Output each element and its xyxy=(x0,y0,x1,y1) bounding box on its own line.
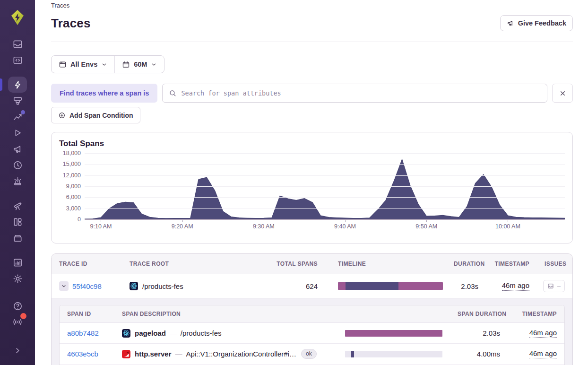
page-title: Traces xyxy=(51,16,91,31)
code-folder-icon[interactable] xyxy=(0,52,35,68)
span-status-badge: ok xyxy=(301,349,317,359)
inbox-issues-icon xyxy=(547,283,554,289)
ruby-icon xyxy=(122,350,130,358)
span-id-link[interactable]: a80b7482 xyxy=(67,329,99,337)
span-id-link[interactable]: 4603e5cb xyxy=(67,350,98,358)
settings-gear-icon[interactable] xyxy=(0,270,35,287)
window-icon xyxy=(59,61,67,69)
y-tick-label: 18,000 xyxy=(55,150,81,156)
trace-table-header: TRACE ID TRACE ROOT TOTAL SPANS TIMELINE… xyxy=(52,254,572,274)
give-feedback-button[interactable]: Give Feedback xyxy=(500,15,573,31)
col-trace-id: TRACE ID xyxy=(52,261,122,267)
dashboard-layout-icon[interactable] xyxy=(0,214,35,230)
gridline xyxy=(85,186,565,187)
trace-timestamp[interactable]: 46m ago xyxy=(502,281,529,291)
x-axis-line xyxy=(85,219,565,220)
span-table-header: SPAN ID SPAN DESCRIPTION SPAN DURATION T… xyxy=(60,305,564,323)
history-clock-icon[interactable] xyxy=(0,157,35,173)
environment-filter-button[interactable]: All Envs xyxy=(52,56,114,73)
inbox-issues-icon[interactable] xyxy=(0,36,35,52)
page-header: Traces Traces Give Feedback xyxy=(35,0,588,42)
y-tick-label: 9,000 xyxy=(55,183,81,190)
y-tick-label: 3,000 xyxy=(55,205,81,212)
col-span-timestamp: TIMESTAMP xyxy=(508,311,564,317)
x-tick-label: 10:00 AM xyxy=(495,223,520,230)
add-span-condition-button[interactable]: Add Span Condition xyxy=(51,107,140,123)
trace-timeline-bar xyxy=(338,282,443,290)
trace-duration: 2.03s xyxy=(446,282,486,290)
span-search-input[interactable] xyxy=(181,89,541,97)
breadcrumb[interactable]: Traces xyxy=(51,2,573,9)
col-issues: ISSUES xyxy=(537,261,573,267)
react-icon xyxy=(122,329,130,338)
col-span-description: SPAN DESCRIPTION xyxy=(114,311,337,317)
span-op: http.server xyxy=(135,350,172,358)
x-tick xyxy=(345,220,346,222)
close-icon xyxy=(559,90,566,97)
clear-search-button[interactable] xyxy=(552,84,573,103)
siren-icon[interactable] xyxy=(0,173,35,189)
issues-count-dash: – xyxy=(557,283,561,289)
sentry-logo[interactable] xyxy=(7,7,28,28)
x-tick-label: 9:40 AM xyxy=(334,223,356,230)
broadcast-icon[interactable] xyxy=(0,314,35,330)
sidebar-bottom-group xyxy=(0,298,35,365)
where-span-pill: Find traces where a span is xyxy=(51,84,157,103)
span-row[interactable]: a80b7482 pageload — /products-fes 2.03s … xyxy=(60,323,564,344)
span-duration: 4.00ms xyxy=(450,350,508,358)
x-tick xyxy=(101,220,101,222)
x-tick-label: 9:20 AM xyxy=(172,223,193,230)
react-icon xyxy=(130,282,138,290)
play-icon[interactable] xyxy=(0,125,35,141)
stats-bars-icon[interactable] xyxy=(0,254,35,270)
insights-new-dot xyxy=(21,110,25,114)
span-timestamp[interactable]: 46m ago xyxy=(529,329,557,338)
span-duration-bar xyxy=(345,330,442,337)
span-duration-bar xyxy=(345,351,442,357)
trace-id-link[interactable]: 55f40c98 xyxy=(72,282,102,290)
col-total-spans: TOTAL SPANS xyxy=(264,261,325,267)
archive-box-icon[interactable] xyxy=(0,230,35,246)
collapse-trace-button[interactable] xyxy=(59,281,69,291)
lightning-icon[interactable] xyxy=(0,77,35,93)
broadcast-alert-dot xyxy=(20,313,26,319)
separator: — xyxy=(175,350,182,358)
collapse-chevron-icon[interactable] xyxy=(0,342,35,358)
col-span-id: SPAN ID xyxy=(60,311,114,317)
telescope-icon[interactable] xyxy=(0,198,35,214)
x-tick xyxy=(264,220,264,222)
active-nav-indicator xyxy=(0,78,2,91)
expanded-trace-section: SPAN ID SPAN DESCRIPTION SPAN DURATION T… xyxy=(52,298,572,365)
span-row[interactable]: 4603e5cb http.server — Api::V1::Organiza… xyxy=(60,344,564,365)
span-description: Api::V1::OrganizationController#i… xyxy=(186,350,296,358)
trace-row[interactable]: 55f40c98 /products-fes 624 2.03s 46m ago xyxy=(52,274,572,298)
col-timestamp: TIMESTAMP xyxy=(486,261,537,267)
chart-plot[interactable]: 03,0006,0009,00012,00015,00018,0009:10 A… xyxy=(85,153,565,219)
col-timeline: TIMELINE xyxy=(325,261,446,267)
add-span-condition-label: Add Span Condition xyxy=(69,112,133,119)
chevron-down-icon xyxy=(101,61,107,68)
help-icon[interactable] xyxy=(0,298,35,314)
col-duration: DURATION xyxy=(446,261,486,267)
insights-chart-icon[interactable] xyxy=(0,109,35,125)
gridline xyxy=(85,197,565,198)
display-funnel-icon[interactable] xyxy=(0,93,35,109)
search-icon xyxy=(169,89,177,97)
megaphone-icon[interactable] xyxy=(0,141,35,157)
x-tick xyxy=(182,220,183,222)
filter-group: All Envs 60M xyxy=(51,55,164,73)
chevron-down-icon xyxy=(151,61,157,68)
app-root: Traces Traces Give Feedback xyxy=(0,0,588,365)
col-trace-root: TRACE ROOT xyxy=(122,261,264,267)
span-search-box[interactable] xyxy=(162,84,547,103)
span-table: SPAN ID SPAN DESCRIPTION SPAN DURATION T… xyxy=(59,305,565,365)
x-tick-label: 9:10 AM xyxy=(90,223,112,230)
active-nav-highlight xyxy=(8,77,27,93)
time-range-filter-button[interactable]: 60M xyxy=(115,56,164,73)
issues-pill[interactable]: – xyxy=(543,280,565,292)
calendar-icon xyxy=(122,61,130,69)
span-timestamp[interactable]: 46m ago xyxy=(529,349,557,359)
gridline xyxy=(85,175,565,176)
y-tick-label: 0 xyxy=(55,216,81,223)
total-spans-chart-panel: Total Spans 03,0006,0009,00012,00015,000… xyxy=(51,132,573,243)
